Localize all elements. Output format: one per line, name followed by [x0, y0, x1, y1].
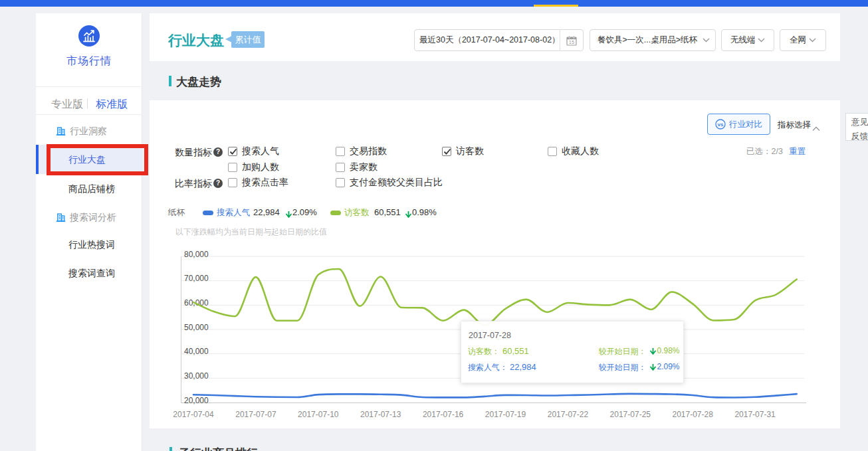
sidebar-tab-pro[interactable]: 专业版: [51, 98, 83, 112]
sidebar-tab-standard[interactable]: 标准版: [96, 98, 128, 112]
feedback-label-line2: 反馈: [851, 130, 868, 143]
sidebar-group-industry-insight[interactable]: 行业洞察: [70, 126, 107, 137]
y-axis-label: 70,000: [184, 274, 209, 283]
feedback-tab[interactable]: 意见 反馈: [845, 113, 868, 141]
sidebar-group-search-word-analysis[interactable]: 搜索词分析: [70, 212, 116, 224]
brand-title: 市场行情: [36, 54, 142, 68]
y-axis-label: 20,000: [184, 396, 209, 405]
line-series-访客数: [193, 269, 797, 325]
metric-checkbox-label: 收藏人数: [562, 145, 599, 157]
terminal-selector[interactable]: 无线端: [721, 29, 774, 51]
metric-select-toggle[interactable]: 指标选择: [778, 120, 811, 131]
sidebar-divider: [36, 114, 142, 115]
x-axis-label: 2017-07-16: [423, 410, 464, 419]
x-axis-label: 2017-07-28: [673, 410, 714, 419]
selected-count: 已选：2/3: [746, 146, 783, 157]
metric-checkbox-交易指数[interactable]: 交易指数: [336, 146, 387, 157]
legend-visitor-pill-icon[interactable]: [330, 211, 341, 215]
top-nav-active-tab-indicator: [534, 5, 578, 7]
next-section-title: 子行业商品排行: [179, 446, 258, 451]
sidebar-item-product-shop-rank[interactable]: 商品店铺榜: [68, 183, 115, 195]
scope-selector[interactable]: 全网: [780, 29, 826, 51]
chevron-down-icon: [809, 38, 816, 43]
section-title-bar: [169, 76, 171, 86]
metric-checkbox-label: 卖家数: [350, 161, 378, 173]
metric-checkbox-label: 交易指数: [350, 145, 387, 157]
date-range-selector[interactable]: 最近30天（2017-07-04~2017-08-02） 15: [414, 29, 584, 51]
x-axis-label: 2017-07-10: [298, 410, 339, 419]
checkbox-unchecked-icon[interactable]: [548, 147, 557, 156]
section-title: 大盘走势: [176, 74, 221, 90]
sidebar-item-hot-search-words[interactable]: 行业热搜词: [68, 239, 115, 251]
metric-checkbox-搜索点击率[interactable]: 搜索点击率: [228, 177, 288, 188]
help-icon[interactable]: ?: [213, 147, 223, 157]
metric-checkbox-支付金额较父类目占比[interactable]: 支付金额较父类目占比: [336, 177, 443, 188]
checkbox-unchecked-icon[interactable]: [228, 178, 237, 187]
tooltip-visitor-delta: 0.98%: [657, 346, 680, 355]
checkbox-unchecked-icon[interactable]: [336, 147, 345, 156]
svg-text:15: 15: [569, 39, 574, 45]
building-icon: [56, 213, 66, 225]
sidebar-item-search-word-query[interactable]: 搜索词查询: [68, 268, 115, 280]
x-axis-label: 2017-07-25: [610, 410, 651, 419]
checkbox-checked-icon[interactable]: [442, 147, 451, 156]
feedback-label-line1: 意见: [851, 116, 868, 130]
svg-text:vs: vs: [718, 122, 724, 128]
metric-group-label: 比率指标: [175, 178, 212, 190]
legend-visitor-value: 60,551: [374, 207, 401, 219]
date-range-value: 最近30天（2017-07-04~2017-08-02）: [415, 35, 560, 46]
vs-icon: vs: [715, 119, 726, 130]
tooltip-row-search: 搜索人气： 22,984 较开始日期： 2.09%: [468, 362, 681, 374]
reset-link[interactable]: 重置: [789, 146, 806, 157]
legend-search-delta: 2.09%: [292, 207, 317, 219]
category-selector[interactable]: 餐饮具>一次...桌用品>纸杯: [590, 29, 716, 51]
chevron-down-icon: [758, 38, 765, 43]
checkbox-unchecked-icon[interactable]: [228, 163, 237, 172]
help-icon[interactable]: ?: [213, 179, 223, 188]
metric-group-label: 数量指标: [175, 147, 212, 159]
down-arrow-icon: [405, 209, 411, 221]
calendar-icon[interactable]: 15: [560, 35, 583, 46]
metric-checkbox-收藏人数[interactable]: 收藏人数: [548, 146, 599, 157]
tooltip-row-visitors: 访客数： 60,551 较开始日期： 0.98%: [468, 346, 681, 358]
metric-checkbox-加购人数[interactable]: 加购人数: [228, 162, 279, 173]
metric-checkbox-label: 搜索人气: [242, 145, 279, 157]
industry-compare-button[interactable]: vs 行业对比: [707, 114, 770, 135]
checkbox-unchecked-icon[interactable]: [336, 178, 345, 187]
y-axis-label: 30,000: [184, 371, 209, 381]
top-nav-bar: [0, 0, 868, 7]
checkbox-checked-icon[interactable]: [228, 147, 237, 156]
line-series-搜索人气: [193, 394, 797, 398]
chevron-down-icon: [703, 38, 710, 43]
industry-compare-label: 行业对比: [729, 119, 762, 130]
sidebar-divider: [36, 86, 142, 87]
chart-legend: 纸杯 搜索人气 22,984 2.09% 访客数 60,551 0.98%: [168, 207, 700, 219]
chevron-up-icon[interactable]: [812, 122, 820, 134]
legend-visitor-delta: 0.98%: [412, 207, 437, 219]
x-axis-label: 2017-07-07: [235, 410, 276, 419]
legend-visitor-label[interactable]: 访客数: [344, 207, 370, 219]
metric-checkbox-访客数[interactable]: 访客数: [442, 146, 484, 157]
annotation-highlight-box: [47, 144, 148, 175]
building-icon: [56, 126, 66, 138]
down-arrow-icon: [650, 364, 656, 373]
y-axis-label: 50,000: [184, 323, 209, 332]
down-arrow-icon: [286, 209, 292, 221]
terminal-value: 无线端: [730, 35, 756, 46]
metric-checkbox-卖家数[interactable]: 卖家数: [336, 162, 378, 173]
checkbox-unchecked-icon[interactable]: [336, 163, 345, 172]
tooltip-visitor-label: 访客数：: [468, 346, 500, 357]
page: 市场行情 专业版 标准版 行业洞察 行业大盘 商品店铺榜: [0, 0, 868, 451]
metric-checkbox-label: 访客数: [456, 145, 484, 157]
x-axis-label: 2017-07-19: [485, 410, 526, 419]
tooltip-search-delta: 2.09%: [657, 362, 680, 371]
legend-search-label[interactable]: 搜索人气: [217, 207, 250, 219]
x-axis-label: 2017-07-31: [734, 410, 776, 419]
sidebar-tab-divider: [87, 98, 88, 109]
market-trend-logo-icon: [78, 25, 100, 46]
legend-search-pill-icon[interactable]: [203, 211, 213, 215]
tooltip-visitor-compare-label: 较开始日期：: [599, 346, 647, 357]
metric-checkbox-label: 加购人数: [242, 161, 279, 173]
metric-checkbox-搜索人气[interactable]: 搜索人气: [228, 146, 279, 157]
metric-checkbox-label: 搜索点击率: [242, 177, 288, 189]
